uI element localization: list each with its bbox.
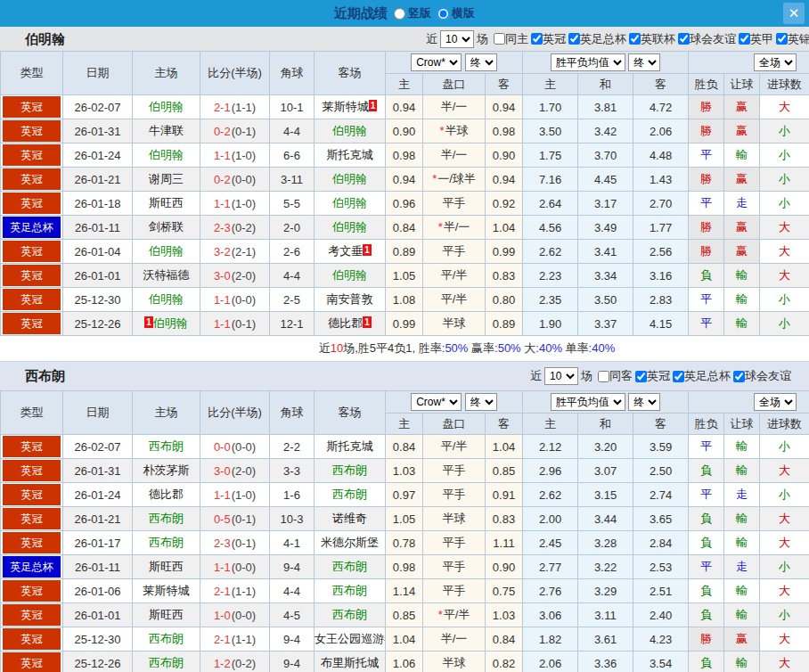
checkbox-input[interactable]: [598, 371, 609, 382]
cell-odds-away: 1.04: [486, 216, 523, 240]
filter-checkbox-英冠[interactable]: 英冠: [635, 368, 670, 384]
checkbox-input[interactable]: [568, 33, 580, 45]
checkbox-input[interactable]: [678, 33, 690, 45]
cell-odds-home: 0.98: [386, 143, 423, 168]
filter-checkbox-同客[interactable]: 同客: [598, 368, 633, 384]
cell-home-team: 牛津联: [133, 119, 200, 143]
filter-checkbox-英甲[interactable]: 英甲: [739, 31, 773, 47]
team-name: 西布朗: [332, 560, 367, 573]
halftime-score: (1-1): [232, 101, 256, 114]
cell-type: 英冠: [1, 483, 63, 507]
final-odds-select-1[interactable]: 终: [465, 393, 497, 411]
checkbox-input[interactable]: [494, 33, 505, 45]
fulltime-score: 2-1: [214, 585, 231, 598]
filter-checkbox-英足总杯[interactable]: 英足总杯: [673, 368, 731, 384]
checkbox-input[interactable]: [673, 371, 684, 382]
team-name: 莱斯特城: [143, 584, 190, 597]
filter-checkbox-同主[interactable]: 同主: [494, 31, 528, 47]
halftime-score: (0-0): [232, 561, 256, 574]
cell-avg-home: 2.64: [523, 192, 578, 216]
vertical-radio[interactable]: [394, 8, 405, 20]
final-odds-select-2[interactable]: 终: [628, 393, 660, 411]
summary-segment: 大: [521, 341, 536, 355]
checkbox-label: 同主: [505, 31, 528, 47]
cell-result-goals: 大: [760, 95, 809, 119]
team-name: 斯旺西: [149, 608, 184, 621]
filter-checkbox-英联杯[interactable]: 英联杯: [629, 31, 675, 47]
cell-away-team: 西布朗: [315, 459, 386, 483]
cell-type: 英冠: [1, 192, 63, 216]
match-row: 英冠26-01-21西布朗0-5(0-1)10-3诺维奇1.05半球0.832.…: [1, 507, 809, 531]
checkbox-label: 英锦赛: [788, 31, 809, 47]
team-name: 西布朗: [149, 632, 184, 645]
scope-select[interactable]: 全场: [754, 53, 797, 71]
filter-checkbox-英足总杯[interactable]: 英足总杯: [568, 31, 626, 47]
view-option-vertical[interactable]: 竖版: [394, 5, 431, 21]
filter-checkbox-英冠[interactable]: 英冠: [531, 31, 566, 47]
cell-result-handicap: 輸: [724, 603, 760, 627]
halftime-score: (0-1): [232, 125, 256, 138]
cell-date: 26-01-11: [63, 555, 133, 579]
cell-avg-away: 1.77: [633, 216, 689, 240]
rank-badge: 1: [144, 316, 153, 328]
checkbox-input[interactable]: [531, 33, 543, 45]
cell-type: 英冠: [1, 143, 63, 168]
cell-result-handicap: 輸: [724, 288, 760, 312]
cell-odds-away: 0.89: [486, 312, 523, 336]
filter-controls: 近 10 场 同主英冠英足总杯英联杯球会友谊英甲英锦赛: [426, 30, 809, 48]
cell-score: 1-1(0-0): [200, 555, 270, 579]
checkbox-input[interactable]: [733, 371, 745, 382]
bookmaker-select[interactable]: Crow*: [411, 53, 462, 71]
cell-result-goals: 大: [760, 459, 809, 483]
league-badge: 英冠: [3, 241, 61, 262]
halftime-score: (1-1): [232, 585, 256, 598]
cell-result-goals: 大: [760, 627, 809, 652]
cell-corner: 9-4: [270, 627, 315, 652]
final-odds-select-2[interactable]: 终: [628, 53, 660, 71]
fulltime-score: 0-0: [214, 440, 231, 454]
games-label: 场: [477, 31, 488, 47]
filter-checkbox-球会友谊[interactable]: 球会友谊: [678, 31, 736, 47]
league-badge: 英冠: [3, 652, 61, 672]
filter-checkbox-球会友谊[interactable]: 球会友谊: [733, 368, 791, 384]
col-header-odds-away: 客: [486, 414, 523, 435]
col-header-score: 比分(半场): [200, 391, 270, 435]
cell-result-wdl: 平: [689, 483, 724, 507]
games-count-select[interactable]: 10: [440, 30, 474, 48]
checkbox-input[interactable]: [635, 371, 647, 382]
view-option-horizontal[interactable]: 横版: [437, 5, 475, 21]
filter-checkbox-英锦赛[interactable]: 英锦赛: [776, 31, 809, 47]
checkbox-input[interactable]: [776, 33, 788, 45]
match-row: 英冠26-01-24伯明翰1-1(1-0)6-6斯托克城0.98半/一0.901…: [1, 143, 809, 168]
col-header-corner: 角球: [270, 391, 315, 435]
fulltime-score: 1-2: [214, 657, 231, 670]
cell-handicap: 平手: [423, 483, 486, 507]
avg-select[interactable]: 胜平负均值: [551, 53, 625, 71]
cell-handicap: 半/一: [423, 143, 486, 168]
avg-select[interactable]: 胜平负均值: [551, 393, 625, 411]
league-badge: 英冠: [3, 460, 61, 481]
cell-odds-home: 0.84: [386, 435, 423, 459]
final-odds-select-1[interactable]: 终: [465, 53, 497, 71]
bookmaker-select[interactable]: Crow*: [411, 393, 462, 411]
halftime-score: (2-1): [232, 245, 256, 258]
cell-avg-away: 4.23: [633, 627, 689, 652]
filter-row: 西布朗 近 10 场 同客英冠英足总杯球会友谊: [0, 362, 809, 390]
cell-result-goals: 大: [760, 531, 809, 555]
filter-row: 伯明翰 近 10 场 同主英冠英足总杯英联杯球会友谊英甲英锦赛: [0, 27, 809, 51]
checkbox-input[interactable]: [629, 33, 641, 45]
scope-select[interactable]: 全场: [754, 393, 797, 411]
checkbox-input[interactable]: [739, 33, 750, 45]
cell-handicap: 平手: [423, 192, 486, 216]
cell-avg-away: 2.83: [633, 288, 689, 312]
games-count-select[interactable]: 10: [544, 367, 578, 385]
close-icon[interactable]: ✕: [783, 3, 805, 24]
titlebar: 近期战绩 竖版 横版 ✕: [0, 0, 809, 27]
horizontal-radio[interactable]: [437, 8, 449, 20]
cell-handicap: 半球: [423, 312, 486, 336]
fulltime-score: 1-1: [214, 317, 231, 331]
cell-score: 1-1(0-0): [200, 288, 270, 312]
cell-handicap: 平手: [423, 459, 486, 483]
cell-odds-away: 1.11: [486, 531, 523, 555]
cell-date: 26-01-11: [63, 216, 133, 240]
